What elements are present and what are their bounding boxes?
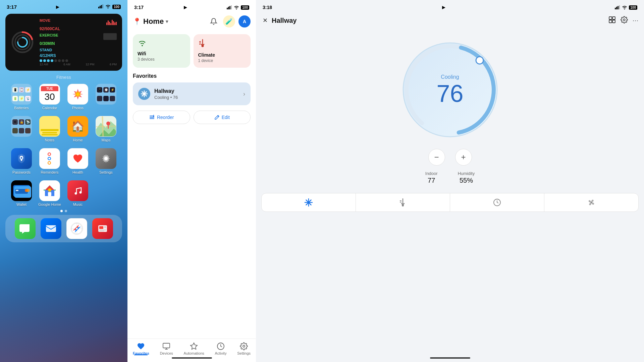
avatar-button[interactable]: A — [238, 15, 251, 27]
dock-safari[interactable] — [66, 218, 87, 239]
nav-activity[interactable]: Activity — [212, 342, 230, 355]
nav-indicator — [134, 354, 148, 355]
climate-card[interactable]: Climate 1 device — [194, 34, 251, 68]
app-home[interactable]: 🏠 Home — [66, 116, 90, 142]
svg-rect-60 — [619, 5, 620, 9]
svg-rect-58 — [616, 7, 617, 9]
more-button[interactable]: ··· — [633, 17, 639, 24]
automations-nav-icon — [190, 342, 198, 350]
safari-icon — [66, 218, 87, 239]
settings-nav-icon — [240, 342, 248, 350]
mode-heat[interactable] — [356, 193, 450, 212]
app-music[interactable]: Music — [66, 180, 90, 206]
home-indicator-3 — [430, 357, 470, 359]
app-passwords[interactable]: Passwords — [9, 148, 34, 174]
photos-icon — [67, 84, 88, 105]
minus-icon: − — [434, 153, 439, 162]
indoor-label: Indoor — [425, 171, 438, 176]
svg-rect-64 — [612, 20, 615, 23]
app-photos[interactable]: Photos — [66, 84, 90, 110]
thermostat-circle[interactable]: Cooling 76 — [396, 36, 504, 143]
svg-rect-63 — [609, 20, 612, 23]
avatar-label: A — [243, 19, 246, 24]
bell-button[interactable] — [208, 15, 220, 27]
app-notes[interactable]: Notes — [38, 116, 62, 142]
settings-app-icon — [96, 148, 116, 169]
mode-fan[interactable] — [544, 193, 638, 212]
fitness-label: Fitness — [0, 73, 127, 82]
p2-header: 📍 Home ▾ 🧪 A — [127, 13, 256, 32]
edit-icon — [214, 115, 220, 120]
svg-rect-0 — [98, 7, 99, 8]
humidity-label: Humidity — [458, 171, 475, 176]
app-batteries[interactable]: 📱 ⌚ ⚡ 🔋 ⚡ 📡 Batteries — [9, 84, 34, 110]
climate-count: 1 device — [198, 58, 246, 63]
hallway-chevron-icon: › — [243, 90, 245, 98]
hallway-favorite-card[interactable]: Hallway Cooling • 76 › — [133, 82, 251, 105]
decrease-button[interactable]: − — [428, 149, 445, 166]
svg-rect-53 — [163, 343, 170, 348]
passwords-icon — [11, 148, 32, 169]
exercise-label: EXERCISE — [40, 33, 58, 40]
edit-button[interactable]: Edit — [194, 111, 251, 124]
indoor-value: 77 — [425, 177, 438, 184]
svg-rect-40 — [99, 231, 104, 231]
signal-icon-1 — [98, 4, 104, 9]
location-pin-icon: 📍 — [133, 17, 141, 25]
wifi-card[interactable]: Wifi 3 devices — [133, 34, 190, 68]
app-folder-watches[interactable]: 📱 ⌚ ⚡ — [94, 84, 118, 110]
settings-gear-icon — [621, 16, 628, 23]
nav-settings[interactable]: Settings — [234, 342, 254, 355]
wifi-icon-1 — [105, 4, 111, 9]
mode-cool[interactable] — [262, 193, 356, 212]
app-google-home[interactable]: Google Home — [38, 180, 62, 206]
hallway-info: Hallway Cooling • 76 — [138, 88, 178, 100]
app-calendar[interactable]: TUE 30 Calendar — [38, 84, 62, 110]
p3-header-left: ✕ Hallway — [261, 15, 297, 25]
dropdown-icon: ▾ — [166, 19, 168, 24]
increase-button[interactable]: + — [455, 149, 472, 166]
mode-schedule[interactable] — [450, 193, 544, 212]
dock — [5, 215, 122, 242]
home-app-icon: 🏠 — [67, 116, 88, 137]
settings-button[interactable] — [621, 16, 628, 25]
devices-nav-label: Devices — [160, 351, 173, 355]
home-name: Home — [143, 17, 164, 26]
location-icon-3: ▶ — [442, 5, 445, 10]
thermostat-container: Cooling 76 − + Indoor 77 — [256, 29, 644, 193]
settings-label: Settings — [99, 170, 113, 174]
app-wallet[interactable]: Wallet — [9, 180, 34, 206]
dock-messages[interactable] — [15, 218, 36, 239]
svg-point-69 — [476, 57, 483, 64]
google-home-icon — [39, 180, 60, 201]
dock-news[interactable] — [92, 218, 113, 239]
dock-mail[interactable] — [41, 218, 61, 239]
svg-point-56 — [243, 345, 245, 347]
status-icons-2: 100 — [227, 5, 249, 10]
nav-favorites[interactable]: Favorites — [129, 342, 153, 355]
humidity-value: 55% — [458, 177, 475, 184]
grid-button[interactable] — [608, 16, 616, 25]
app-settings[interactable]: Settings — [94, 148, 118, 174]
close-button[interactable]: ✕ — [261, 15, 269, 25]
move-value: 92/500CAL — [40, 26, 117, 31]
activity-nav-label: Activity — [215, 351, 227, 355]
reorder-button[interactable]: Reorder — [133, 111, 190, 124]
activity-widget[interactable]: MOVE 92/500CAL EXERCISE — [5, 14, 122, 71]
app-health[interactable]: Health — [66, 148, 90, 174]
svg-rect-59 — [618, 6, 619, 9]
header-action-icons: 🧪 A — [208, 15, 251, 27]
reorder-label: Reorder — [157, 115, 174, 120]
app-maps[interactable]: Maps — [94, 116, 118, 142]
app-folder-2[interactable]: ⚙ 🔒 📡 — [9, 116, 34, 142]
svg-rect-43 — [229, 6, 230, 9]
stand-value: 4/12HRS — [40, 53, 117, 58]
nav-automations[interactable]: Automations — [180, 342, 208, 355]
home-title[interactable]: 📍 Home ▾ — [133, 17, 168, 26]
svg-rect-3 — [102, 4, 103, 8]
lab-button[interactable]: 🧪 — [223, 15, 235, 27]
nav-devices[interactable]: Devices — [157, 342, 176, 355]
signal-icon-3 — [615, 5, 620, 9]
automations-nav-label: Automations — [184, 351, 204, 355]
app-reminders[interactable]: Reminders — [38, 148, 62, 174]
